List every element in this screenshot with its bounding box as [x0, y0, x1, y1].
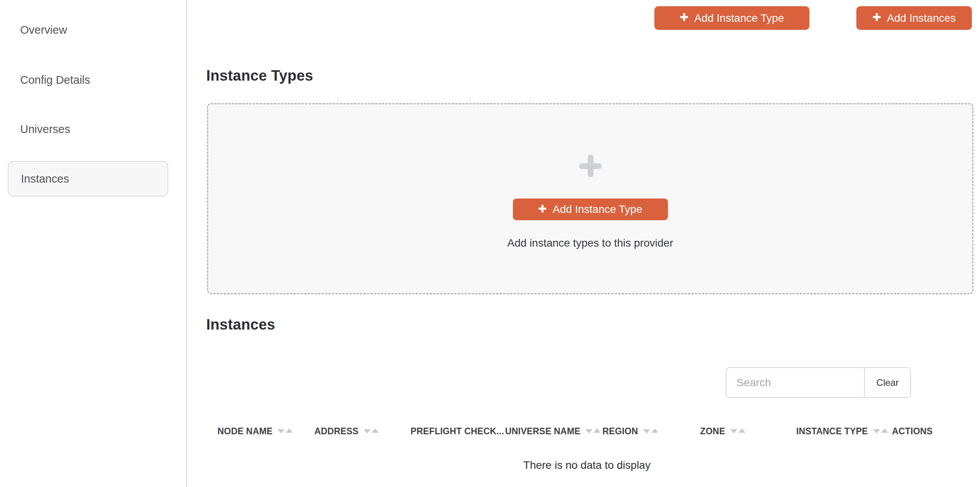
- panel-add-instance-type-button-label: Add Instance Type: [553, 203, 642, 216]
- column-label: INSTANCE TYPE: [796, 426, 868, 437]
- sort-desc-icon: [643, 429, 650, 433]
- column-header-address[interactable]: ADDRESS: [314, 425, 411, 438]
- plus-icon: [579, 155, 602, 177]
- column-label: ACTIONS: [892, 426, 933, 437]
- plus-icon: ✚: [680, 12, 688, 23]
- sort-asc-icon: [651, 428, 658, 433]
- search-input[interactable]: [726, 368, 864, 397]
- instance-types-empty-panel: ✚ Add Instance Type Add instance types t…: [207, 103, 973, 294]
- plus-icon: ✚: [872, 12, 881, 23]
- instances-search-group: Clear: [726, 367, 911, 398]
- sort-icons: [873, 429, 888, 433]
- sort-icons: [278, 429, 293, 433]
- sort-desc-icon: [364, 429, 371, 433]
- clear-search-button[interactable]: Clear: [864, 368, 910, 397]
- add-instance-type-button-label: Add Instance Type: [694, 12, 784, 24]
- sort-desc-icon: [278, 429, 285, 433]
- sort-desc-icon: [730, 429, 737, 433]
- instance-types-title: Instance Types: [206, 67, 313, 84]
- column-label: PREFLIGHT CHECK...: [411, 426, 504, 437]
- column-label: ZONE: [700, 426, 725, 437]
- sidebar-item-config-details[interactable]: Config Details: [20, 72, 90, 88]
- table-empty-message: There is no data to display: [207, 459, 967, 471]
- sort-asc-icon: [372, 428, 379, 433]
- add-instances-button[interactable]: ✚ Add Instances: [856, 6, 972, 30]
- instances-title: Instances: [206, 316, 275, 333]
- sort-icons: [643, 429, 658, 433]
- column-header-preflight-check: PREFLIGHT CHECK...: [411, 425, 505, 438]
- column-header-region[interactable]: REGION: [602, 425, 700, 438]
- column-label: UNIVERSE NAME: [505, 426, 580, 437]
- sidebar-item-label: Instances: [21, 173, 69, 185]
- column-header-zone[interactable]: ZONE: [700, 425, 796, 438]
- column-label: ADDRESS: [314, 426, 359, 437]
- instances-table-header: NODE NAME ADDRESS PREFLIGHT CHECK... UNI…: [217, 425, 962, 438]
- plus-icon: ✚: [538, 204, 547, 214]
- sort-icons: [585, 429, 600, 433]
- empty-panel-caption: Add instance types to this provider: [208, 237, 972, 249]
- sort-asc-icon: [738, 428, 745, 433]
- provider-details-page: Overview Config Details Universes Instan…: [0, 0, 980, 487]
- sort-asc-icon: [881, 428, 888, 433]
- column-label: NODE NAME: [217, 426, 273, 437]
- sort-desc-icon: [585, 429, 592, 433]
- sidebar-item-overview[interactable]: Overview: [20, 22, 67, 38]
- column-header-instance-type[interactable]: INSTANCE TYPE: [796, 425, 892, 438]
- sidebar-item-universes[interactable]: Universes: [20, 121, 70, 137]
- sort-desc-icon: [873, 429, 880, 433]
- sort-icons: [730, 429, 745, 433]
- panel-add-instance-type-button[interactable]: ✚ Add Instance Type: [513, 199, 668, 220]
- add-instances-button-label: Add Instances: [887, 12, 956, 24]
- column-header-universe-name[interactable]: UNIVERSE NAME: [505, 425, 602, 438]
- column-label: REGION: [602, 426, 638, 437]
- sort-asc-icon: [286, 428, 293, 433]
- sort-asc-icon: [594, 428, 600, 433]
- column-header-node-name[interactable]: NODE NAME: [217, 425, 314, 438]
- column-header-actions: ACTIONS: [892, 425, 962, 438]
- add-instance-type-button[interactable]: ✚ Add Instance Type: [654, 6, 809, 30]
- sidebar: Overview Config Details Universes Instan…: [0, 0, 187, 487]
- sort-icons: [364, 429, 379, 433]
- sidebar-item-instances[interactable]: Instances: [8, 161, 168, 197]
